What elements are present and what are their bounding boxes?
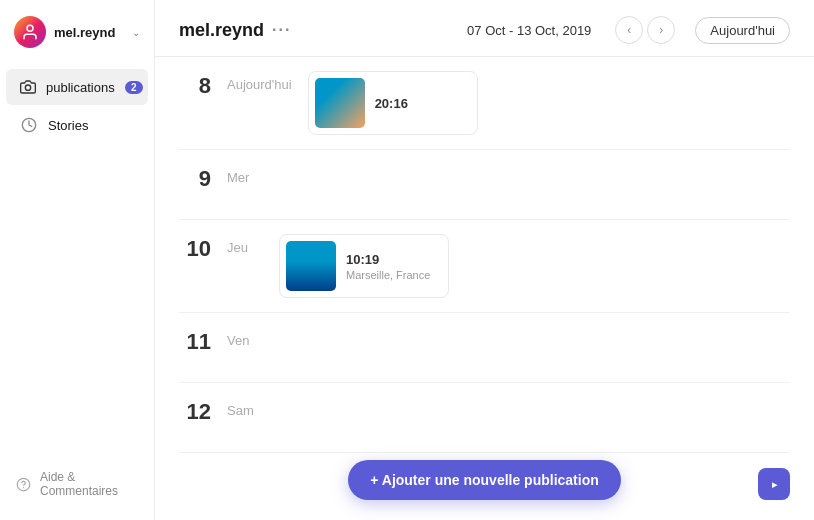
post-info-8-1: 20:16: [375, 96, 408, 111]
date-range: 07 Oct - 13 Oct, 2019: [467, 23, 591, 38]
date-nav-arrows: ‹ ›: [615, 16, 675, 44]
today-button[interactable]: Aujourd'hui: [695, 17, 790, 44]
stories-label: Stories: [48, 118, 88, 133]
bottom-action-bar: + Ajouter une nouvelle publication: [155, 460, 814, 500]
day-row-9: 9 Mer: [179, 150, 790, 220]
sidebar-footer: Aide &Commentaires: [0, 452, 154, 520]
day-content-8: 20:16: [308, 71, 790, 135]
post-location-10-1: Marseille, France: [346, 269, 430, 281]
day-number-8: 8: [179, 71, 211, 99]
sidebar-item-stories[interactable]: Stories: [6, 107, 148, 143]
post-thumbnail-10-1: [286, 241, 336, 291]
day-label-12: Sam: [227, 397, 263, 418]
day-row-10: 10 Jeu 10:19 Marseille, France: [179, 220, 790, 313]
svg-point-1: [25, 85, 30, 90]
account-switcher[interactable]: mel.reynd ⌄: [0, 0, 154, 64]
day-row-8: 8 Aujourd'hui 20:16: [179, 57, 790, 150]
publications-badge: 2: [125, 81, 143, 94]
avatar: [14, 16, 46, 48]
calendar-content: 8 Aujourd'hui 20:16 9 Mer 10 Jeu: [155, 57, 814, 520]
post-card-10-1[interactable]: 10:19 Marseille, France: [279, 234, 449, 298]
post-time-8-1: 20:16: [375, 96, 408, 111]
sidebar-item-publications[interactable]: publications 2: [6, 69, 148, 105]
day-number-9: 9: [179, 164, 211, 192]
add-publication-button[interactable]: + Ajouter une nouvelle publication: [348, 460, 621, 500]
day-row-12: 12 Sam: [179, 383, 790, 453]
mini-action-button[interactable]: ▸: [758, 468, 790, 500]
profile-title: mel.reynd ···: [179, 20, 291, 41]
day-label-8: Aujourd'hui: [227, 71, 292, 92]
day-label-9: Mer: [227, 164, 263, 185]
day-row-11: 11 Ven: [179, 313, 790, 383]
help-item[interactable]: Aide &Commentaires: [14, 464, 140, 504]
day-number-11: 11: [179, 327, 211, 355]
post-info-10-1: 10:19 Marseille, France: [346, 252, 430, 281]
mini-btn-icon: ▸: [772, 479, 777, 490]
chevron-down-icon: ⌄: [132, 27, 140, 38]
post-time-10-1: 10:19: [346, 252, 430, 267]
account-name: mel.reynd: [54, 25, 124, 40]
prev-week-button[interactable]: ‹: [615, 16, 643, 44]
sidebar-nav: publications 2 Stories: [0, 64, 154, 452]
day-number-12: 12: [179, 397, 211, 425]
publications-label: publications: [46, 80, 115, 95]
day-label-10: Jeu: [227, 234, 263, 255]
post-card-8-1[interactable]: 20:16: [308, 71, 478, 135]
main-header: mel.reynd ··· 07 Oct - 13 Oct, 2019 ‹ › …: [155, 0, 814, 57]
help-label: Aide &Commentaires: [40, 470, 118, 498]
sidebar: mel.reynd ⌄ publications 2 Stories: [0, 0, 155, 520]
clock-icon: [20, 116, 38, 134]
camera-icon: [20, 78, 36, 96]
day-label-11: Ven: [227, 327, 263, 348]
svg-point-0: [27, 25, 33, 31]
more-options-icon[interactable]: ···: [272, 21, 291, 39]
post-thumbnail-8-1: [315, 78, 365, 128]
help-icon: [14, 475, 32, 493]
day-content-10: 10:19 Marseille, France: [279, 234, 790, 298]
profile-name: mel.reynd: [179, 20, 264, 41]
main-content: mel.reynd ··· 07 Oct - 13 Oct, 2019 ‹ › …: [155, 0, 814, 520]
next-week-button[interactable]: ›: [647, 16, 675, 44]
day-number-10: 10: [179, 234, 211, 262]
